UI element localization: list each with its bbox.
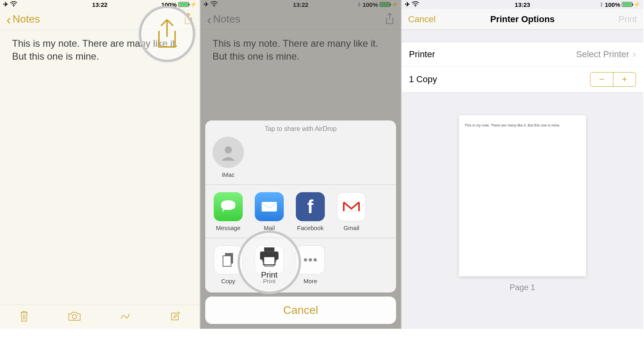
screenshot-2-share-sheet: ✈ 13:22 ᛒ 100% ⚡ ‹ Notes This is my note… bbox=[200, 0, 402, 329]
nav-bar: Cancel Printer Options Print bbox=[402, 9, 643, 30]
wifi-icon bbox=[412, 1, 419, 8]
charging-icon: ⚡ bbox=[190, 2, 196, 7]
row-copies: 1 Copy − + bbox=[402, 66, 643, 92]
facebook-icon: f bbox=[296, 192, 325, 221]
action-print[interactable]: Print bbox=[254, 245, 285, 284]
share-app-mail[interactable]: Mail bbox=[254, 192, 285, 231]
page-label: Page 1 bbox=[510, 283, 535, 292]
svg-rect-9 bbox=[265, 260, 274, 266]
share-cancel-button[interactable]: Cancel bbox=[205, 297, 396, 324]
avatar-icon bbox=[213, 137, 244, 168]
message-icon bbox=[214, 192, 243, 221]
row-label: 1 Copy bbox=[409, 74, 437, 85]
note-text[interactable]: This is my note. There are many like it.… bbox=[0, 30, 200, 71]
share-app-label: Mail bbox=[264, 224, 275, 231]
bottom-toolbar bbox=[0, 305, 200, 329]
status-bar: ✈ 13:22 100% ⚡ bbox=[0, 0, 200, 9]
status-time: 13:22 bbox=[92, 1, 107, 8]
svg-point-0 bbox=[13, 5, 14, 6]
action-copy[interactable]: Copy bbox=[213, 245, 244, 284]
svg-rect-6 bbox=[223, 256, 231, 266]
battery-percent: 100% bbox=[605, 1, 620, 8]
svg-point-11 bbox=[309, 258, 312, 261]
share-app-label: Message bbox=[216, 224, 241, 231]
battery-icon bbox=[178, 2, 189, 7]
print-button-disabled: Print bbox=[619, 14, 637, 25]
mail-icon bbox=[255, 192, 284, 221]
share-app-label: Gmail bbox=[343, 224, 359, 231]
sketch-icon[interactable] bbox=[119, 310, 131, 324]
chevron-right-icon: › bbox=[632, 48, 636, 60]
airdrop-target-label: iMac bbox=[222, 171, 235, 178]
printer-settings-table: Printer Select Printer › 1 Copy − + bbox=[402, 42, 643, 93]
back-button[interactable]: ‹ Notes bbox=[6, 13, 40, 25]
share-actions-row: Copy Print More bbox=[205, 238, 396, 293]
airdrop-hint: Tap to share with AirDrop bbox=[205, 120, 396, 134]
wifi-icon bbox=[10, 1, 17, 8]
bluetooth-icon: ᛒ bbox=[600, 2, 603, 8]
camera-icon[interactable] bbox=[68, 311, 81, 323]
svg-point-16 bbox=[415, 5, 416, 6]
back-label: Notes bbox=[12, 13, 40, 25]
gmail-icon bbox=[337, 192, 366, 221]
row-select-printer[interactable]: Printer Select Printer › bbox=[402, 42, 643, 66]
airplane-icon: ✈ bbox=[405, 1, 410, 8]
compose-icon[interactable] bbox=[169, 311, 181, 324]
copies-stepper: − + bbox=[590, 72, 636, 87]
airdrop-target[interactable]: iMac bbox=[213, 137, 244, 178]
trash-icon[interactable] bbox=[19, 310, 29, 324]
charging-icon: ⚡ bbox=[634, 2, 640, 7]
svg-point-1 bbox=[72, 314, 76, 319]
action-label: Print bbox=[263, 278, 276, 284]
print-preview: This is my note. There are many like it.… bbox=[402, 93, 643, 300]
screenshot-1-notes: ✈ 13:22 100% ⚡ ‹ Notes This is my note. … bbox=[0, 0, 200, 329]
svg-rect-7 bbox=[265, 253, 273, 256]
svg-point-3 bbox=[225, 146, 232, 154]
svg-point-10 bbox=[304, 258, 307, 261]
share-sheet-card: Tap to share with AirDrop iMac Message bbox=[205, 120, 396, 293]
share-sheet: Tap to share with AirDrop iMac Message bbox=[205, 120, 396, 324]
more-icon bbox=[296, 245, 325, 274]
print-icon bbox=[255, 245, 284, 274]
airplane-icon: ✈ bbox=[3, 1, 8, 8]
action-more[interactable]: More bbox=[295, 245, 326, 284]
screenshot-3-printer-options: ✈ 13:23 ᛒ 100% ⚡ Cancel Printer Options … bbox=[402, 0, 643, 329]
battery-icon bbox=[622, 2, 632, 7]
svg-point-12 bbox=[314, 258, 317, 261]
stepper-minus[interactable]: − bbox=[590, 73, 613, 86]
status-time: 13:23 bbox=[515, 1, 530, 8]
page-preview[interactable]: This is my note. There are many like it.… bbox=[459, 115, 586, 276]
row-value: Select Printer bbox=[576, 49, 629, 60]
nav-bar: ‹ Notes bbox=[0, 9, 200, 30]
share-app-label: Facebook bbox=[297, 224, 324, 231]
stepper-plus[interactable]: + bbox=[613, 73, 636, 86]
cancel-button[interactable]: Cancel bbox=[408, 14, 436, 25]
action-label: More bbox=[303, 278, 317, 284]
share-app-facebook[interactable]: f Facebook bbox=[295, 192, 326, 231]
row-label: Printer bbox=[409, 49, 435, 60]
battery-percent: 100% bbox=[161, 1, 177, 8]
share-app-gmail[interactable]: Gmail bbox=[336, 192, 367, 231]
svg-rect-4 bbox=[262, 202, 277, 212]
share-button[interactable] bbox=[184, 12, 193, 26]
share-app-message[interactable]: Message bbox=[213, 192, 244, 231]
status-bar: ✈ 13:23 ᛒ 100% ⚡ bbox=[402, 0, 643, 9]
share-apps-row: Message Mail f Facebook Gmail bbox=[205, 185, 396, 238]
copy-icon bbox=[214, 245, 243, 274]
page-title: Printer Options bbox=[490, 14, 555, 25]
action-label: Copy bbox=[221, 278, 235, 284]
preview-text: This is my note. There are many like it.… bbox=[464, 123, 560, 127]
